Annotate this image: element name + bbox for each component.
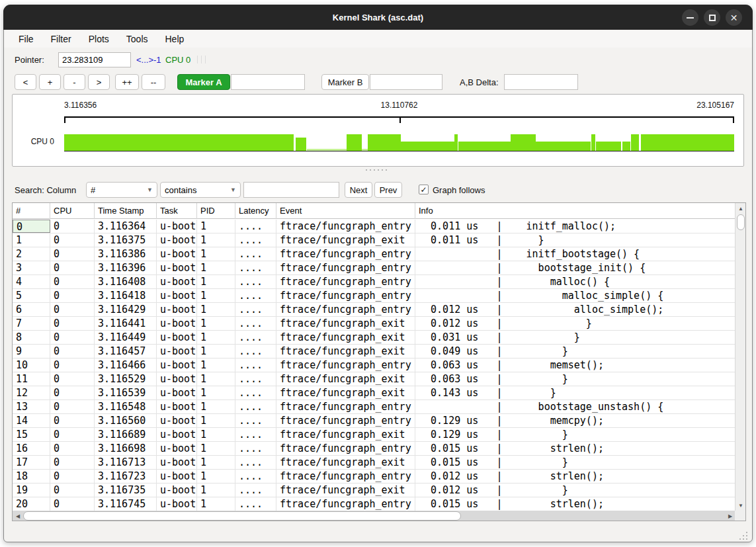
cell-num[interactable]: 5 xyxy=(13,289,50,302)
cell-cpu[interactable]: 0 xyxy=(50,428,95,441)
cell-task[interactable]: u-boot xyxy=(157,220,197,233)
cell-pid[interactable]: 1 xyxy=(197,484,235,497)
cell-event[interactable]: ftrace/funcgraph_exit xyxy=(276,331,415,344)
cell-pid[interactable]: 1 xyxy=(197,275,235,288)
cell-num[interactable]: 10 xyxy=(13,358,50,372)
cell-timestamp[interactable]: 3.116735 xyxy=(95,484,157,497)
cell-task[interactable]: u-boot xyxy=(157,345,197,358)
cell-timestamp[interactable]: 3.116713 xyxy=(95,456,157,469)
scroll-up-icon[interactable]: ▲ xyxy=(735,203,746,214)
table-row[interactable]: 003.116364u-boot1....ftrace/funcgraph_en… xyxy=(13,220,735,233)
cell-event[interactable]: ftrace/funcgraph_entry xyxy=(276,275,415,288)
cell-pid[interactable]: 1 xyxy=(197,456,235,469)
cell-cpu[interactable]: 0 xyxy=(50,442,95,455)
cell-event[interactable]: ftrace/funcgraph_entry xyxy=(276,261,415,274)
column-header-info[interactable]: Info xyxy=(415,203,735,219)
step-back-button[interactable]: < xyxy=(15,74,36,90)
cell-num[interactable]: 14 xyxy=(13,414,50,427)
cell-task[interactable]: u-boot xyxy=(157,275,197,288)
cell-event[interactable]: ftrace/funcgraph_exit xyxy=(276,428,415,441)
graph-follows-checkbox[interactable]: ✓ xyxy=(419,185,429,194)
titlebar[interactable]: Kernel Shark (asc.dat) xyxy=(3,5,753,30)
cell-latency[interactable]: .... xyxy=(235,289,276,302)
search-operator-select[interactable]: contains ▼ xyxy=(160,182,241,198)
cell-info[interactable]: 0.011 us | initf_malloc(); xyxy=(415,220,735,233)
cell-info[interactable]: 0.012 us | } xyxy=(415,317,735,330)
cell-info[interactable]: 0.012 us | strlen(); xyxy=(415,470,735,483)
table-row[interactable]: 903.116457u-boot1....ftrace/funcgraph_ex… xyxy=(13,345,735,358)
search-prev-button[interactable]: Prev xyxy=(374,182,402,198)
cell-num[interactable]: 12 xyxy=(13,386,50,400)
cell-pid[interactable]: 1 xyxy=(197,400,235,413)
cell-event[interactable]: ftrace/funcgraph_entry xyxy=(276,358,415,372)
marker-a-button[interactable]: Marker A xyxy=(177,74,230,90)
cell-task[interactable]: u-boot xyxy=(157,247,197,261)
horizontal-scrollbar[interactable]: ◀ ▶ xyxy=(13,511,735,521)
cell-task[interactable]: u-boot xyxy=(157,372,197,386)
table-row[interactable]: 403.116408u-boot1....ftrace/funcgraph_en… xyxy=(13,275,735,289)
cell-cpu[interactable]: 0 xyxy=(50,386,95,400)
search-next-button[interactable]: Next xyxy=(345,182,372,198)
cell-info[interactable]: 0.063 us | memset(); xyxy=(415,358,735,372)
cell-event[interactable]: ftrace/funcgraph_entry xyxy=(276,497,415,511)
cell-latency[interactable]: .... xyxy=(235,358,276,372)
cell-num[interactable]: 3 xyxy=(13,261,50,274)
cell-num[interactable]: 9 xyxy=(13,345,50,358)
cell-pid[interactable]: 1 xyxy=(197,414,235,427)
column-header-task[interactable]: Task xyxy=(157,203,197,219)
menu-tools[interactable]: Tools xyxy=(126,34,148,44)
column-header-pid[interactable]: PID xyxy=(197,203,235,219)
horizontal-scrollbar-thumb[interactable] xyxy=(23,511,461,521)
cell-pid[interactable]: 1 xyxy=(197,497,235,511)
cell-task[interactable]: u-boot xyxy=(157,261,197,274)
cell-cpu[interactable]: 0 xyxy=(50,372,95,386)
table-row[interactable]: 1903.116735u-boot1....ftrace/funcgraph_e… xyxy=(13,484,735,497)
cell-info[interactable]: 0.129 us | memcpy(); xyxy=(415,414,735,427)
cell-timestamp[interactable]: 3.116560 xyxy=(95,414,157,427)
cell-timestamp[interactable]: 3.116529 xyxy=(95,372,157,386)
menu-help[interactable]: Help xyxy=(165,34,185,44)
cell-cpu[interactable]: 0 xyxy=(50,317,95,330)
cell-num[interactable]: 6 xyxy=(13,303,50,316)
cell-pid[interactable]: 1 xyxy=(197,303,235,316)
cell-num[interactable]: 15 xyxy=(13,428,50,441)
table-row[interactable]: 803.116449u-boot1....ftrace/funcgraph_ex… xyxy=(13,331,735,345)
table-row[interactable]: 2003.116745u-boot1....ftrace/funcgraph_e… xyxy=(13,497,735,511)
cell-task[interactable]: u-boot xyxy=(157,470,197,483)
cell-latency[interactable]: .... xyxy=(235,428,276,441)
cell-num[interactable]: 7 xyxy=(13,317,50,330)
cell-num[interactable]: 1 xyxy=(13,233,50,247)
cell-latency[interactable]: .... xyxy=(235,331,276,344)
cell-task[interactable]: u-boot xyxy=(157,331,197,344)
cell-task[interactable]: u-boot xyxy=(157,456,197,469)
column-header-latency[interactable]: Latency xyxy=(235,203,276,219)
cell-task[interactable]: u-boot xyxy=(157,317,197,330)
cell-timestamp[interactable]: 3.116689 xyxy=(95,428,157,441)
cell-cpu[interactable]: 0 xyxy=(50,414,95,427)
cell-cpu[interactable]: 0 xyxy=(50,484,95,497)
cell-cpu[interactable]: 0 xyxy=(50,456,95,469)
cell-event[interactable]: ftrace/funcgraph_entry xyxy=(276,414,415,427)
cell-task[interactable]: u-boot xyxy=(157,428,197,441)
step-forward-button[interactable]: > xyxy=(88,74,110,90)
column-header-event[interactable]: Event xyxy=(276,203,415,219)
cell-timestamp[interactable]: 3.116441 xyxy=(95,317,157,330)
cell-event[interactable]: ftrace/funcgraph_entry xyxy=(276,442,415,455)
window-resize-grip[interactable] xyxy=(738,530,747,540)
cell-timestamp[interactable]: 3.116429 xyxy=(95,303,157,316)
cell-timestamp[interactable]: 3.116418 xyxy=(95,289,157,302)
zoom-in-fast-button[interactable]: ++ xyxy=(115,74,139,90)
cell-cpu[interactable]: 0 xyxy=(50,358,95,372)
cell-pid[interactable]: 1 xyxy=(197,317,235,330)
cell-timestamp[interactable]: 3.116698 xyxy=(95,442,157,455)
cell-latency[interactable]: .... xyxy=(235,317,276,330)
cell-event[interactable]: ftrace/funcgraph_entry xyxy=(276,470,415,483)
cell-latency[interactable]: .... xyxy=(235,442,276,455)
cell-timestamp[interactable]: 3.116364 xyxy=(95,220,157,233)
cell-num[interactable]: 8 xyxy=(13,331,50,344)
cell-info[interactable]: 0.012 us | alloc_simple(); xyxy=(415,303,735,316)
cell-info[interactable]: 0.015 us | } xyxy=(415,456,735,469)
cell-pid[interactable]: 1 xyxy=(197,470,235,483)
cell-pid[interactable]: 1 xyxy=(197,358,235,372)
cell-timestamp[interactable]: 3.116539 xyxy=(95,386,157,400)
